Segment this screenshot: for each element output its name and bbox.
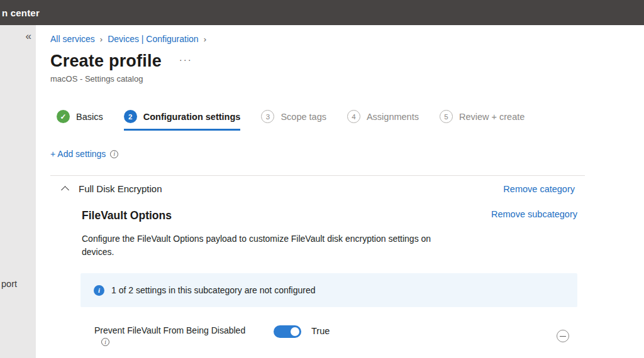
tab-scope-tags[interactable]: 3 Scope tags [261,110,326,131]
add-settings-label: + Add settings [50,149,106,159]
step-label: Review + create [459,112,525,122]
setting-toggle[interactable] [274,325,301,338]
tab-basics[interactable]: ✓ Basics [57,110,103,131]
more-options-icon[interactable]: ··· [179,54,192,65]
breadcrumb-all-services[interactable]: All services [50,34,95,44]
category-name: Full Disk Encryption [79,183,162,194]
tab-configuration-settings[interactable]: 2 Configuration settings [124,110,241,131]
step-number-badge: 4 [347,110,360,123]
breadcrumb-devices-configuration[interactable]: Devices | Configuration [108,34,198,44]
main-content: All services › Devices | Configuration ›… [36,25,644,358]
info-filled-icon: i [94,285,104,296]
breadcrumb-separator-icon: › [204,35,206,44]
step-number-badge: 2 [124,110,137,123]
breadcrumb-separator-icon: › [100,35,103,44]
step-label: Configuration settings [143,112,241,122]
info-icon: i [110,150,118,158]
step-number-badge: 5 [440,110,453,123]
setting-label: Prevent FileVault From Being Disabled [94,325,245,335]
remove-subcategory-link[interactable]: Remove subcategory [491,209,577,219]
breadcrumb: All services › Devices | Configuration › [50,34,211,44]
info-banner-text: 1 of 2 settings in this subcategory are … [111,285,316,295]
tab-review-create[interactable]: 5 Review + create [440,110,525,131]
remove-setting-icon[interactable] [557,330,569,342]
top-app-bar: n center [0,0,644,25]
step-label: Basics [76,112,103,122]
subcategory-description: Configure the FileVault Options payload … [82,232,459,259]
toggle-knob [291,327,299,336]
step-number-badge: 3 [261,110,274,123]
step-complete-check-icon: ✓ [57,110,70,123]
left-navigation-rail: « port [0,25,36,358]
setting-info-icon[interactable]: i [101,338,109,346]
add-settings-link[interactable]: + Add settings i [50,149,118,159]
page-title-row: Create profile ··· [50,52,192,71]
tab-assignments[interactable]: 4 Assignments [347,110,419,131]
remove-category-link[interactable]: Remove category [503,184,575,194]
category-header: Full Disk Encryption Remove category [50,183,575,194]
step-label: Scope tags [280,112,326,122]
info-banner: i 1 of 2 settings in this subcategory ar… [80,273,577,307]
chevron-up-icon[interactable] [61,186,69,194]
subcategory-header: FileVault Options Remove subcategory [82,209,577,222]
page-title: Create profile [50,52,162,71]
subcategory-title: FileVault Options [82,209,172,222]
toggle-value-label: True [311,326,330,336]
step-label: Assignments [367,112,419,122]
section-divider [50,175,585,176]
collapse-sidebar-icon[interactable]: « [26,30,31,43]
app-title: n center [0,8,40,18]
page-subtitle: macOS - Settings catalog [50,74,143,84]
wizard-steps: ✓ Basics 2 Configuration settings 3 Scop… [57,110,545,131]
sidebar-item-truncated[interactable]: port [1,279,17,289]
